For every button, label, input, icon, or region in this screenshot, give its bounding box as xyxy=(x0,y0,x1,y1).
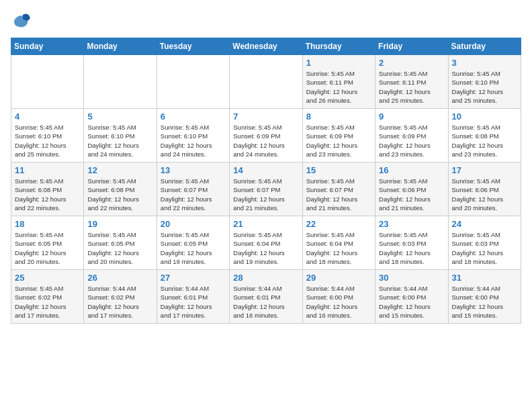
table-cell: 10Sunrise: 5:45 AM Sunset: 6:08 PM Dayli… xyxy=(448,109,521,163)
weekday-header-sunday: Sunday xyxy=(11,38,84,55)
table-cell: 26Sunrise: 5:44 AM Sunset: 6:02 PM Dayli… xyxy=(84,270,157,324)
table-cell: 25Sunrise: 5:45 AM Sunset: 6:02 PM Dayli… xyxy=(11,270,84,324)
week-row-4: 18Sunrise: 5:45 AM Sunset: 6:05 PM Dayli… xyxy=(11,216,521,270)
day-number: 17 xyxy=(452,165,517,175)
weekday-header-wednesday: Wednesday xyxy=(230,38,302,55)
day-info: Sunrise: 5:44 AM Sunset: 6:01 PM Dayligh… xyxy=(161,284,226,320)
table-cell: 11Sunrise: 5:45 AM Sunset: 6:08 PM Dayli… xyxy=(11,163,84,216)
day-info: Sunrise: 5:45 AM Sunset: 6:06 PM Dayligh… xyxy=(379,177,444,212)
day-info: Sunrise: 5:45 AM Sunset: 6:10 PM Dayligh… xyxy=(161,123,226,158)
day-info: Sunrise: 5:44 AM Sunset: 6:00 PM Dayligh… xyxy=(452,284,517,320)
day-number: 29 xyxy=(306,273,371,283)
weekday-header-saturday: Saturday xyxy=(448,38,521,55)
day-info: Sunrise: 5:45 AM Sunset: 6:05 PM Dayligh… xyxy=(161,230,226,266)
table-cell: 29Sunrise: 5:44 AM Sunset: 6:00 PM Dayli… xyxy=(302,270,375,324)
day-number: 3 xyxy=(452,58,517,68)
day-number: 27 xyxy=(161,273,226,283)
day-number: 10 xyxy=(452,111,517,122)
week-row-5: 25Sunrise: 5:45 AM Sunset: 6:02 PM Dayli… xyxy=(11,270,521,324)
weekday-header-monday: Monday xyxy=(84,38,157,55)
day-number: 30 xyxy=(379,273,444,283)
table-cell xyxy=(11,55,84,109)
day-info: Sunrise: 5:45 AM Sunset: 6:09 PM Dayligh… xyxy=(306,123,371,158)
day-info: Sunrise: 5:45 AM Sunset: 6:08 PM Dayligh… xyxy=(15,177,80,212)
day-info: Sunrise: 5:45 AM Sunset: 6:03 PM Dayligh… xyxy=(379,230,444,266)
logo xyxy=(11,11,34,31)
table-cell: 4Sunrise: 5:45 AM Sunset: 6:10 PM Daylig… xyxy=(11,109,84,163)
day-info: Sunrise: 5:44 AM Sunset: 6:01 PM Dayligh… xyxy=(233,284,298,320)
day-info: Sunrise: 5:45 AM Sunset: 6:04 PM Dayligh… xyxy=(306,230,371,266)
day-info: Sunrise: 5:45 AM Sunset: 6:08 PM Dayligh… xyxy=(87,177,152,212)
day-info: Sunrise: 5:45 AM Sunset: 6:05 PM Dayligh… xyxy=(15,230,80,266)
day-number: 2 xyxy=(379,58,444,68)
day-number: 19 xyxy=(87,219,152,229)
day-number: 23 xyxy=(379,219,444,229)
day-info: Sunrise: 5:45 AM Sunset: 6:10 PM Dayligh… xyxy=(15,123,80,158)
day-number: 11 xyxy=(15,165,80,175)
day-info: Sunrise: 5:44 AM Sunset: 6:02 PM Dayligh… xyxy=(87,284,152,320)
table-cell: 3Sunrise: 5:45 AM Sunset: 6:10 PM Daylig… xyxy=(448,55,521,109)
weekday-header-row: SundayMondayTuesdayWednesdayThursdayFrid… xyxy=(11,38,521,55)
day-info: Sunrise: 5:45 AM Sunset: 6:04 PM Dayligh… xyxy=(233,230,298,266)
day-info: Sunrise: 5:45 AM Sunset: 6:11 PM Dayligh… xyxy=(306,69,371,105)
table-cell: 17Sunrise: 5:45 AM Sunset: 6:06 PM Dayli… xyxy=(448,163,521,216)
week-row-2: 4Sunrise: 5:45 AM Sunset: 6:10 PM Daylig… xyxy=(11,109,521,163)
day-info: Sunrise: 5:44 AM Sunset: 6:00 PM Dayligh… xyxy=(306,284,371,320)
table-cell: 19Sunrise: 5:45 AM Sunset: 6:05 PM Dayli… xyxy=(84,216,157,270)
day-info: Sunrise: 5:45 AM Sunset: 6:08 PM Dayligh… xyxy=(452,123,517,158)
day-info: Sunrise: 5:45 AM Sunset: 6:10 PM Dayligh… xyxy=(452,69,517,105)
table-cell xyxy=(230,55,302,109)
table-cell: 14Sunrise: 5:45 AM Sunset: 6:07 PM Dayli… xyxy=(230,163,302,216)
day-number: 12 xyxy=(87,165,152,175)
day-info: Sunrise: 5:45 AM Sunset: 6:06 PM Dayligh… xyxy=(452,177,517,212)
day-info: Sunrise: 5:45 AM Sunset: 6:09 PM Dayligh… xyxy=(379,123,444,158)
day-number: 14 xyxy=(233,165,298,175)
calendar-table: SundayMondayTuesdayWednesdayThursdayFrid… xyxy=(11,38,521,324)
day-info: Sunrise: 5:45 AM Sunset: 6:03 PM Dayligh… xyxy=(452,230,517,266)
day-number: 31 xyxy=(452,273,517,283)
day-info: Sunrise: 5:45 AM Sunset: 6:07 PM Dayligh… xyxy=(306,177,371,212)
week-row-1: 1Sunrise: 5:45 AM Sunset: 6:11 PM Daylig… xyxy=(11,55,521,109)
day-number: 7 xyxy=(233,111,298,122)
table-cell: 9Sunrise: 5:45 AM Sunset: 6:09 PM Daylig… xyxy=(375,109,448,163)
day-number: 16 xyxy=(379,165,444,175)
table-cell: 23Sunrise: 5:45 AM Sunset: 6:03 PM Dayli… xyxy=(375,216,448,270)
table-cell: 20Sunrise: 5:45 AM Sunset: 6:05 PM Dayli… xyxy=(157,216,229,270)
day-number: 15 xyxy=(306,165,371,175)
table-cell: 18Sunrise: 5:45 AM Sunset: 6:05 PM Dayli… xyxy=(11,216,84,270)
weekday-header-thursday: Thursday xyxy=(302,38,375,55)
table-cell: 2Sunrise: 5:45 AM Sunset: 6:11 PM Daylig… xyxy=(375,55,448,109)
day-info: Sunrise: 5:45 AM Sunset: 6:07 PM Dayligh… xyxy=(161,177,226,212)
table-cell: 6Sunrise: 5:45 AM Sunset: 6:10 PM Daylig… xyxy=(157,109,229,163)
day-number: 6 xyxy=(161,111,226,122)
weekday-header-friday: Friday xyxy=(375,38,448,55)
table-cell: 22Sunrise: 5:45 AM Sunset: 6:04 PM Dayli… xyxy=(302,216,375,270)
table-cell: 30Sunrise: 5:44 AM Sunset: 6:00 PM Dayli… xyxy=(375,270,448,324)
day-number: 4 xyxy=(15,111,80,122)
table-cell: 27Sunrise: 5:44 AM Sunset: 6:01 PM Dayli… xyxy=(157,270,229,324)
table-cell: 13Sunrise: 5:45 AM Sunset: 6:07 PM Dayli… xyxy=(157,163,229,216)
table-cell: 24Sunrise: 5:45 AM Sunset: 6:03 PM Dayli… xyxy=(448,216,521,270)
table-cell: 12Sunrise: 5:45 AM Sunset: 6:08 PM Dayli… xyxy=(84,163,157,216)
day-info: Sunrise: 5:45 AM Sunset: 6:07 PM Dayligh… xyxy=(233,177,298,212)
table-cell: 15Sunrise: 5:45 AM Sunset: 6:07 PM Dayli… xyxy=(302,163,375,216)
day-info: Sunrise: 5:45 AM Sunset: 6:05 PM Dayligh… xyxy=(87,230,152,266)
table-cell: 7Sunrise: 5:45 AM Sunset: 6:09 PM Daylig… xyxy=(230,109,302,163)
day-number: 21 xyxy=(233,219,298,229)
table-cell: 16Sunrise: 5:45 AM Sunset: 6:06 PM Dayli… xyxy=(375,163,448,216)
day-number: 9 xyxy=(379,111,444,122)
day-number: 5 xyxy=(87,111,152,122)
day-number: 8 xyxy=(306,111,371,122)
day-number: 22 xyxy=(306,219,371,229)
table-cell xyxy=(84,55,157,109)
day-number: 20 xyxy=(161,219,226,229)
day-number: 25 xyxy=(15,273,80,283)
table-cell: 31Sunrise: 5:44 AM Sunset: 6:00 PM Dayli… xyxy=(448,270,521,324)
day-info: Sunrise: 5:45 AM Sunset: 6:09 PM Dayligh… xyxy=(233,123,298,158)
day-number: 24 xyxy=(452,219,517,229)
table-cell: 21Sunrise: 5:45 AM Sunset: 6:04 PM Dayli… xyxy=(230,216,302,270)
day-info: Sunrise: 5:45 AM Sunset: 6:10 PM Dayligh… xyxy=(87,123,152,158)
week-row-3: 11Sunrise: 5:45 AM Sunset: 6:08 PM Dayli… xyxy=(11,163,521,216)
logo-icon xyxy=(11,11,31,31)
day-number: 26 xyxy=(87,273,152,283)
